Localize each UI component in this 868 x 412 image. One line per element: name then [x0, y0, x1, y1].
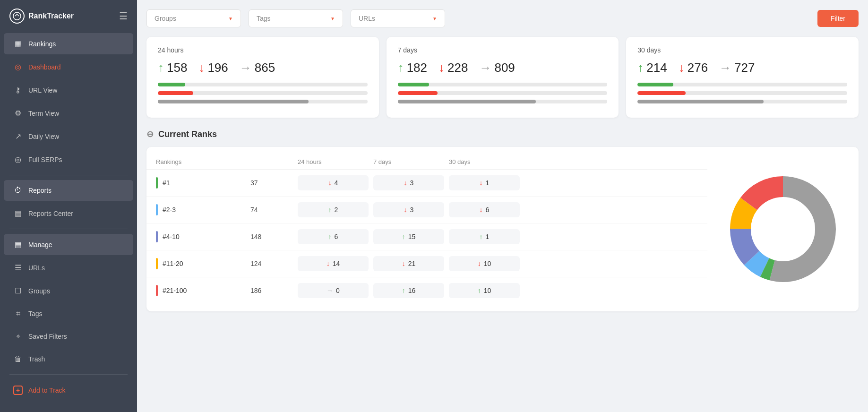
sidebar-item-rankings[interactable]: ▦ Rankings [4, 33, 133, 54]
sidebar-item-tags[interactable]: ⌗ Tags [4, 303, 133, 324]
rank-label-2: #2-3 [156, 204, 250, 215]
sidebar-label-daily-view: Daily View [28, 133, 59, 140]
cell-30d-3: ↑ 1 [449, 229, 520, 244]
bar-gray-30d [637, 100, 847, 103]
cell-7d-5: ↑ 16 [373, 283, 444, 298]
sidebar-label-reports-center: Reports Center [28, 210, 73, 217]
logo-icon [9, 9, 25, 24]
sidebar-item-full-serps[interactable]: ◎ Full SERPs [4, 149, 133, 170]
tags-icon: ⌗ [13, 309, 23, 318]
sidebar-label-term-view: Term View [28, 110, 59, 117]
tags-dropdown[interactable]: Tags ▼ [249, 9, 343, 27]
bar-red-30d [637, 91, 847, 95]
stat-row-24h: ↑ 158 ↓ 196 → 865 [158, 60, 368, 75]
rank-label-4: #11-20 [156, 258, 250, 269]
ranks-container: Rankings 24 hours 7 days 30 days #1 37 ↓… [146, 147, 859, 311]
stat-card-30d: 30 days ↑ 214 ↓ 276 → 727 [626, 37, 859, 118]
arrow-up-icon: ↑ [328, 233, 332, 240]
sidebar-label-manage: Manage [28, 241, 52, 249]
table-row: #21-100 186 → 0 ↑ 16 ↑ 10 [146, 277, 707, 304]
col-count [250, 158, 298, 165]
cell-30d-5: ↑ 10 [449, 283, 520, 298]
stat-down-24h: ↓ 196 [198, 60, 228, 75]
full-serps-icon: ◎ [13, 155, 23, 164]
arrow-down-icon: ↓ [480, 206, 483, 214]
hamburger-icon[interactable]: ☰ [119, 10, 128, 22]
arrow-up-icon-30d: ↑ [637, 60, 644, 75]
stat-neutral-24h: → 865 [240, 60, 275, 75]
sidebar-label-saved-filters: Saved Filters [28, 333, 67, 340]
sidebar-item-reports-center[interactable]: ▤ Reports Center [4, 203, 133, 224]
sidebar-item-saved-filters[interactable]: ⌖ Saved Filters [4, 326, 133, 347]
table-row: #1 37 ↓ 4 ↓ 3 ↓ 1 [146, 170, 707, 197]
arrow-up-icon: ↑ [480, 233, 483, 240]
daily-view-icon: ↗ [13, 132, 23, 141]
urls-dropdown[interactable]: URLs ▼ [351, 9, 445, 27]
cell-7d-1: ↓ 3 [373, 175, 444, 190]
bar-gray-24h [158, 100, 368, 103]
arrow-up-icon: ↑ [328, 206, 332, 214]
dashboard-icon: ◎ [13, 62, 23, 71]
sidebar-item-url-view[interactable]: ⚷ URL View [4, 79, 133, 101]
arrow-right-icon-30d: → [719, 60, 731, 75]
sidebar-item-term-view[interactable]: ⚙ Term View [4, 103, 133, 124]
manage-icon: ▤ [13, 240, 23, 249]
stat-title-24h: 24 hours [158, 46, 368, 54]
arrow-right-icon-7d: → [479, 60, 491, 75]
nav-separator-1 [9, 175, 128, 175]
col-7d: 7 days [373, 158, 449, 165]
sidebar-item-manage[interactable]: ▤ Manage [4, 234, 133, 255]
groups-dropdown[interactable]: Groups ▼ [146, 9, 241, 27]
url-view-icon: ⚷ [13, 86, 23, 94]
bar-red-24h [158, 91, 368, 95]
filter-button[interactable]: Filter [817, 10, 859, 27]
stat-row-30d: ↑ 214 ↓ 276 → 727 [637, 60, 847, 75]
stats-cards: 24 hours ↑ 158 ↓ 196 → 865 [146, 37, 859, 118]
reports-icon: ⏱ [13, 186, 23, 195]
sidebar-item-daily-view[interactable]: ↗ Daily View [4, 126, 133, 147]
sidebar-item-dashboard[interactable]: ◎ Dashboard [4, 56, 133, 77]
arrow-up-icon-7d: ↑ [398, 60, 404, 75]
arrow-down-icon: ↓ [404, 206, 407, 214]
svg-point-0 [13, 12, 21, 20]
sidebar-label-full-serps: Full SERPs [28, 156, 62, 163]
tags-placeholder: Tags [257, 15, 271, 22]
bar-red-7d [398, 91, 608, 95]
rank-bar-5 [156, 285, 158, 296]
sidebar-item-trash[interactable]: 🗑 Trash [4, 349, 133, 369]
arrow-down-icon-7d: ↓ [438, 60, 445, 75]
cell-24h-4: ↓ 14 [298, 256, 369, 271]
sidebar-item-groups[interactable]: ☐ Groups [4, 280, 133, 301]
arrow-up-icon: ↑ [158, 60, 164, 75]
sidebar-label-trash: Trash [28, 355, 45, 363]
rank-bar-4 [156, 258, 158, 269]
current-ranks-header: ⊖ Current Ranks [146, 129, 859, 139]
arrow-down-icon: ↓ [478, 260, 481, 267]
arrow-down-icon: ↓ [198, 60, 205, 75]
rank-count-4: 124 [250, 260, 298, 267]
cell-7d-4: ↓ 21 [373, 256, 444, 271]
arrow-down-icon: ↓ [480, 179, 483, 187]
urls-arrow-icon: ▼ [432, 16, 437, 21]
sidebar-label-dashboard: Dashboard [28, 63, 61, 71]
groups-arrow-icon: ▼ [228, 16, 233, 21]
stat-row-7d: ↑ 182 ↓ 228 → 809 [398, 60, 608, 75]
cell-24h-1: ↓ 4 [298, 175, 369, 190]
sidebar-item-urls[interactable]: ☰ URLs [4, 257, 133, 278]
app-logo: RankTracker [9, 9, 74, 24]
term-view-icon: ⚙ [13, 109, 23, 118]
saved-filters-icon: ⌖ [13, 332, 23, 341]
rank-count-5: 186 [250, 287, 298, 294]
trash-icon: 🗑 [13, 355, 23, 363]
rank-label-3: #4-10 [156, 231, 250, 242]
nav-separator-3 [9, 374, 128, 375]
urls-placeholder: URLs [359, 15, 375, 22]
arrow-down-icon: ↓ [327, 260, 330, 267]
sidebar-item-add-to-track[interactable]: + Add to Track [4, 379, 133, 401]
table-row: #11-20 124 ↓ 14 ↓ 21 ↓ 10 [146, 250, 707, 277]
sidebar-item-reports[interactable]: ⏱ Reports [4, 180, 133, 201]
nav-separator-2 [9, 229, 128, 229]
stat-down-30d: ↓ 276 [679, 60, 708, 75]
sidebar-label-groups: Groups [28, 287, 50, 295]
section-collapse-icon[interactable]: ⊖ [146, 129, 154, 139]
